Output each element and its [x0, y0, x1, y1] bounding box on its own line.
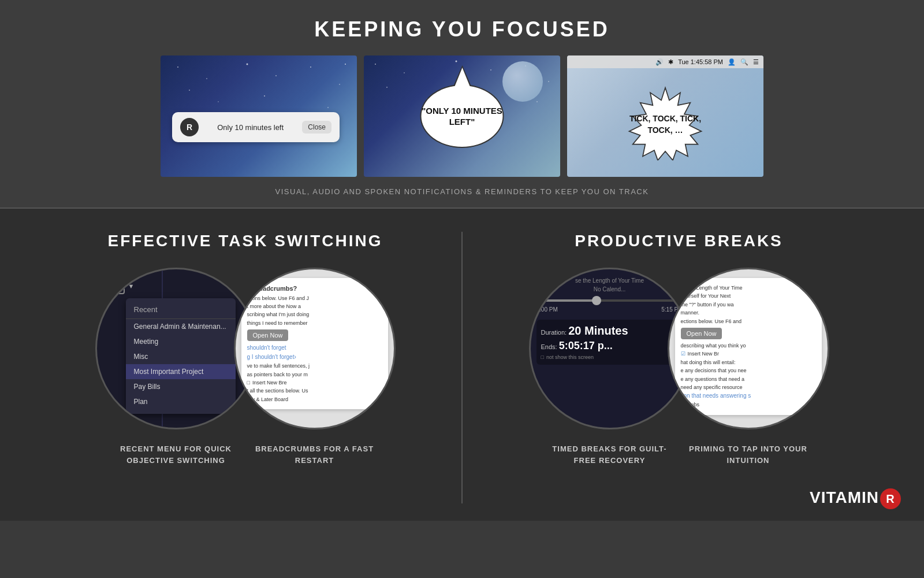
speech-bubble-oval: "ONLY 10 MINUTES LEFT" [420, 84, 504, 148]
duration-value: 20 Minutes [568, 324, 628, 337]
screenshot-speech: "ONLY 10 MINUTES LEFT" [364, 55, 560, 177]
ends-label: Ends: 5:05:17 p... [541, 340, 679, 352]
breadcrumbs-panel: e Breadcrumbs? ctions below. Use F6 and … [241, 278, 388, 409]
recent-item-6[interactable]: Plan [126, 394, 236, 409]
svg-point-13 [456, 61, 457, 62]
svg-point-11 [375, 64, 376, 65]
yourself-text: No Calend... [536, 286, 683, 292]
mac-search-icon: 🔍 [740, 58, 748, 66]
timer-start-time: 5:00 PM [536, 306, 558, 313]
mac-menu-icon: ☰ [753, 58, 759, 66]
svg-point-1 [206, 78, 207, 79]
breadcrumbs-text8: t all the sections below. Us [247, 387, 382, 395]
breadcrumbs-text6: as pointers back to your m [247, 370, 382, 379]
priming-text10: need any specific resource [681, 383, 816, 391]
no-calendar-text: se the Length of Your Time [536, 275, 683, 286]
vitaminr-logo: VITAMINR [810, 488, 901, 509]
screenshot-notification: R Only 10 minutes left Close [161, 55, 357, 177]
recent-menu-panel: Recent General Admin & Maintenan... Meet… [126, 298, 236, 414]
top-section: KEEPING YOU FOCUSED R Only 10 minutes le… [0, 0, 924, 209]
svg-point-7 [218, 101, 219, 102]
productive-breaks-title: PRODUCTIVE BREAKS [575, 232, 783, 250]
screenshots-row: R Only 10 minutes left Close [12, 55, 912, 177]
mac-user-icon: 👤 [728, 58, 736, 66]
svg-point-4 [310, 66, 311, 68]
app-icon: R [180, 118, 199, 136]
productive-breaks-circles: se the Length of Your Time No Calend... … [541, 268, 818, 429]
breadcrumbs-link2[interactable]: g I shouldn't forget› [247, 353, 382, 362]
priming-text7: hat doing this will entail: [681, 358, 816, 366]
timer-slider-fill [536, 299, 595, 302]
breadcrumbs-text4: things I need to remember [247, 319, 382, 327]
top-subtitle: VISUAL, AUDIO AND SPOKEN NOTIFICATIONS &… [12, 187, 912, 196]
task-switching-section: EFFECTIVE TASK SWITCHING ⊕ ▼ Recent Gene… [35, 232, 456, 503]
priming-link[interactable]: tion that needs answering s [681, 391, 816, 401]
productive-breaks-captions: TIMED BREAKS FOR GUILT-FREE RECOVERY PRI… [468, 443, 889, 466]
crosshair-icon: ⊕ [109, 278, 125, 294]
svg-point-9 [327, 107, 329, 108]
svg-point-0 [177, 66, 178, 68]
main-title: KEEPING YOU FOCUSED [12, 17, 912, 42]
priming-text9: e any questions that need a [681, 375, 816, 383]
breadcrumbs-title: e Breadcrumbs? [247, 284, 382, 294]
breadcrumbs-circle: e Breadcrumbs? ctions below. Use F6 and … [234, 268, 396, 429]
notification-message: Only 10 minutes left [204, 123, 296, 132]
duration-label: Duration: 20 Minutes [541, 324, 679, 338]
priming-text2: Yourself for Your Next [681, 292, 816, 300]
priming-text11: rcrumbs [681, 401, 816, 409]
speech-text: "ONLY 10 MINUTES LEFT" [422, 105, 503, 128]
breadcrumbs-text7: □Insert New Bre [247, 379, 382, 387]
notification-close[interactable]: Close [302, 121, 331, 134]
ends-value: 5:05:17 p... [559, 340, 613, 351]
priming-text4: manner. [681, 309, 816, 317]
breadcrumbs-link1[interactable]: shouldn't forget [247, 343, 382, 353]
recent-item-1[interactable]: General Admin & Maintenan... [126, 319, 236, 334]
insert-new-br: ☑Insert New Br [681, 350, 816, 358]
breadcrumbs-text9: low & Later Board [247, 395, 382, 403]
task-switching-title: EFFECTIVE TASK SWITCHING [108, 232, 383, 250]
priming-text5: ections below. Use F6 and [681, 317, 816, 325]
mac-time: Tue 1:45:58 PM [678, 58, 723, 65]
task-switching-circles: ⊕ ▼ Recent General Admin & Maintenan... … [107, 268, 384, 429]
priming-panel: se the Length of Your Time Yourself for … [675, 278, 822, 415]
priming-text1: se the Length of Your Time [681, 284, 816, 292]
svg-point-10 [345, 64, 346, 65]
breadcrumbs-text3: scribing what I'm just doing [247, 310, 382, 318]
breadcrumbs-text2: t more about the Now a [247, 302, 382, 310]
r-logo: R [880, 488, 901, 509]
recent-item-4[interactable]: Most Important Project [126, 364, 236, 379]
svg-point-5 [339, 84, 340, 85]
bottom-section: EFFECTIVE TASK SWITCHING ⊕ ▼ Recent Gene… [0, 209, 924, 521]
productive-breaks-section: PRODUCTIVE BREAKS se the Length of Your … [468, 232, 889, 503]
svg-point-3 [275, 75, 277, 76]
open-now-button[interactable]: Open Now [247, 329, 289, 341]
svg-point-6 [189, 90, 190, 91]
timer-slider[interactable] [536, 299, 683, 302]
vitamin-text: VITAMIN [810, 488, 879, 506]
svg-point-12 [404, 72, 405, 73]
starburst-text: TICK, TOCK, TICK, TOCK, … [628, 113, 703, 136]
timer-slider-handle [592, 296, 601, 305]
breadcrumbs-text1: ctions below. Use F6 and J [247, 294, 382, 302]
timed-breaks-panel: se the Length of Your Time No Calend... … [536, 275, 683, 365]
timer-times: 5:00 PM 5:15 PM [536, 306, 683, 313]
priming-text3: the "?" button if you wa [681, 301, 816, 309]
task-switching-captions: RECENT MENU FOR QUICK OBJECTIVE SWITCHIN… [35, 443, 456, 466]
svg-point-17 [386, 87, 388, 88]
timed-breaks-circle: se the Length of Your Time No Calend... … [529, 268, 691, 429]
recent-item-2[interactable]: Meeting [126, 334, 236, 349]
open-now-priming-button[interactable]: Open Now [681, 328, 722, 339]
svg-point-2 [247, 64, 248, 65]
caption-recent-menu: RECENT MENU FOR QUICK OBJECTIVE SWITCHIN… [113, 443, 240, 466]
recent-item-3[interactable]: Misc [126, 349, 236, 364]
recent-header: Recent [126, 303, 236, 319]
dropdown-arrow: ▼ [128, 283, 135, 290]
caption-breadcrumbs: BREADCRUMBS FOR A FAST RESTART [251, 443, 378, 466]
recent-item-5[interactable]: Pay Bills [126, 379, 236, 394]
priming-text6: describing what you think yo [681, 342, 816, 350]
caption-priming: PRIMING TO TAP INTO YOUR INTUITION [685, 443, 812, 466]
svg-point-8 [264, 95, 265, 97]
screenshot-macbar: 🔊 ✱ Tue 1:45:58 PM 👤 🔍 ☰ TICK, TOCK, TIC… [567, 55, 763, 177]
priming-circle: se the Length of Your Time Yourself for … [668, 268, 829, 429]
svg-point-14 [490, 69, 491, 71]
